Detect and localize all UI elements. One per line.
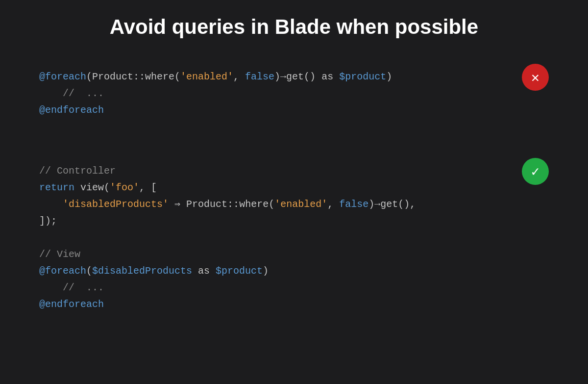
- page-container: Avoid queries in Blade when possible @fo…: [0, 0, 588, 384]
- return-keyword: return: [39, 182, 74, 193]
- good-icon: ✓: [531, 163, 539, 180]
- good-enabled-string: 'enabled': [274, 199, 327, 210]
- view-bracket: , [: [139, 182, 157, 193]
- bad-code-block: @foreach(Product::where('enabled', false…: [24, 59, 564, 128]
- blade-endforeach-good: @endforeach: [39, 299, 104, 310]
- bad-code-call: (Product::where(: [86, 71, 180, 82]
- bad-string-enabled: 'enabled': [180, 71, 233, 82]
- page-title: Avoid queries in Blade when possible: [24, 15, 564, 39]
- good-paren-close: ): [263, 265, 269, 277]
- comment-view: // View: [39, 249, 80, 260]
- comment-controller: // Controller: [39, 165, 116, 177]
- disabled-products-key: 'disabledProducts': [63, 199, 169, 210]
- bad-comment: // ...: [39, 88, 104, 99]
- good-foreach-open: (: [86, 265, 92, 277]
- good-comment-dots: // ...: [39, 282, 104, 293]
- good-code-pre: // Controller return view('foo', [ 'disa…: [39, 163, 549, 313]
- blade-directive-foreach-bad: @foreach: [39, 71, 86, 82]
- good-product-var: $product: [216, 265, 263, 277]
- view-call: view(: [74, 182, 110, 193]
- bad-comma: ,: [233, 71, 245, 82]
- blade-endforeach-bad: @endforeach: [39, 104, 104, 116]
- good-code-block: // Controller return view('foo', [ 'disa…: [24, 153, 564, 323]
- bad-get: )→get() as: [274, 71, 339, 82]
- good-false: false: [339, 199, 368, 210]
- good-get: )→get(),: [368, 199, 416, 210]
- blade-directive-foreach-good: @foreach: [39, 265, 86, 277]
- bad-paren-close: ): [386, 71, 392, 82]
- bad-product-var: $product: [339, 71, 386, 82]
- good-comma: ,: [327, 199, 339, 210]
- good-code-section: // Controller return view('foo', [ 'disa…: [24, 153, 564, 323]
- disabled-products-var: $disabledProducts: [92, 265, 192, 277]
- bad-code-section: @foreach(Product::where('enabled', false…: [24, 59, 564, 128]
- fat-arrow: ⇒ Product::where(: [169, 199, 274, 210]
- bad-code-pre: @foreach(Product::where('enabled', false…: [39, 69, 549, 119]
- bad-icon: ✕: [531, 69, 539, 86]
- good-as: as: [192, 265, 216, 277]
- bad-false: false: [245, 71, 274, 82]
- close-bracket: ]);: [39, 215, 57, 227]
- view-string-foo: 'foo': [110, 182, 139, 193]
